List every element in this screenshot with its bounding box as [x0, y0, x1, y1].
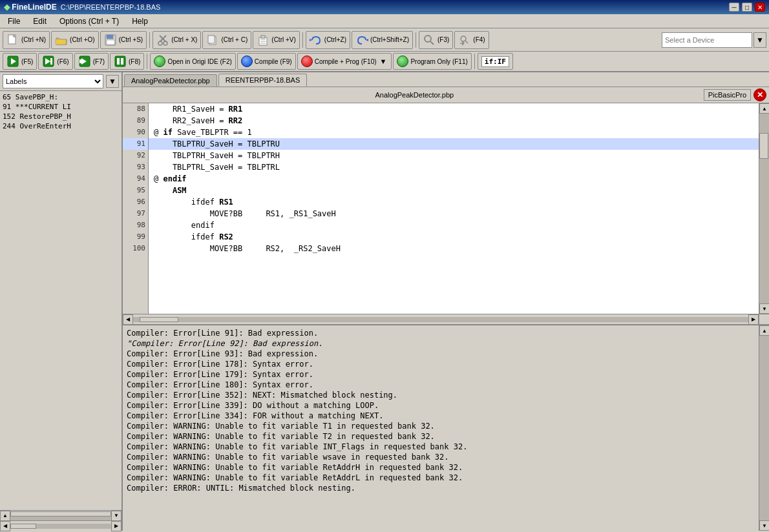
svg-rect-15: [261, 36, 265, 38]
code-hscroll: ◀ ▶: [123, 314, 769, 324]
line-num: 94: [123, 173, 148, 185]
app-logo: ◆ FineLineIDE: [4, 3, 57, 12]
tab-reenter[interactable]: REENTERPBP-18.BAS: [218, 74, 308, 87]
line-num: 99: [123, 231, 148, 243]
output-vscroll-up[interactable]: ▲: [759, 325, 769, 336]
list-item[interactable]: 244 OverReEnterH: [1, 121, 120, 131]
svg-rect-30: [50, 58, 52, 65]
open-icon: [55, 34, 68, 46]
output-line: Compiler: Error[Line 93]: Bad expression…: [127, 349, 755, 359]
code-content[interactable]: RR1_SaveH = RR1 RR2_SaveH = RR2 @ if Sav…: [149, 103, 759, 314]
new-label: (Ctrl +N): [21, 36, 46, 43]
f6-button[interactable]: (F6): [38, 53, 72, 70]
f5-button[interactable]: (F5): [3, 53, 37, 70]
left-scroll-up[interactable]: ▲: [0, 511, 10, 521]
code-line: @ if Save_TBLPTR == 1: [149, 127, 759, 138]
find-button[interactable]: (F3): [419, 31, 453, 49]
paste-label: (Ctrl +V): [271, 36, 296, 43]
sep5: [474, 54, 475, 69]
menu-options[interactable]: Options (Ctrl + T): [54, 15, 124, 27]
code-hscroll-right[interactable]: ▶: [748, 314, 759, 325]
list-item[interactable]: 91 ***CURRENT LI: [1, 102, 120, 112]
close-editor-button[interactable]: ✕: [753, 88, 766, 101]
tab-analog[interactable]: AnalogPeakDetector.pbp: [124, 74, 217, 87]
copy-icon: [206, 34, 219, 46]
output-line: Compiler: Error[Line 339]: DO without a …: [127, 400, 755, 411]
undo-icon: [310, 34, 322, 46]
output-line: Compiler: Error[Line 91]: Bad expression…: [127, 328, 755, 338]
undo-button[interactable]: (Ctrl+Z): [306, 31, 350, 49]
left-hscroll-right[interactable]: ▶: [111, 521, 121, 531]
copy-button[interactable]: (Ctrl + C): [202, 31, 251, 49]
compile-prog-icon: [301, 56, 313, 67]
output-vscroll-track: [759, 336, 769, 520]
list-item[interactable]: 152 RestorePBP_H: [1, 112, 120, 121]
maximize-button[interactable]: □: [742, 3, 752, 12]
left-hscroll-left[interactable]: ◀: [0, 521, 10, 531]
labels-list: 65 SavePBP_H: 91 ***CURRENT LI 152 Resto…: [0, 91, 121, 510]
editor-output-split: AnalogPeakDetector.pbp REENTERPBP-18.BAS…: [123, 72, 769, 531]
vscroll-thumb[interactable]: [759, 133, 768, 159]
redo-button[interactable]: (Ctrl+Shift+Z): [352, 31, 413, 49]
minimize-button[interactable]: ─: [729, 3, 739, 12]
copy-label: (Ctrl + C): [221, 36, 248, 43]
compile-prog-label: Compile + Prog (F10): [315, 58, 377, 65]
code-hscroll-track: [133, 317, 748, 322]
open-orig-icon: [154, 56, 165, 67]
menu-file[interactable]: File: [3, 15, 25, 27]
close-button[interactable]: ✕: [755, 3, 765, 12]
compile-button[interactable]: Compile (F9): [237, 53, 296, 70]
line-num: 98: [123, 220, 148, 231]
compile-prog-dropdown[interactable]: ▼: [379, 57, 388, 65]
left-scroll-down[interactable]: ▼: [111, 511, 121, 521]
left-hscroll-thumb[interactable]: [10, 524, 36, 529]
labels-select[interactable]: Labels: [3, 74, 103, 88]
vscroll-up[interactable]: ▲: [759, 103, 769, 114]
list-item[interactable]: 65 SavePBP_H:: [1, 92, 120, 102]
program-only-button[interactable]: Program Only (F11): [393, 53, 471, 70]
left-scroll-thumb[interactable]: [10, 511, 111, 517]
code-hscroll-thumb[interactable]: [140, 317, 178, 322]
svg-point-23: [461, 36, 466, 41]
replace-button[interactable]: (F4): [454, 31, 489, 49]
code-hscroll-left[interactable]: ◀: [123, 314, 133, 325]
svg-rect-34: [115, 56, 125, 66]
f8-button[interactable]: (F8): [110, 53, 144, 70]
device-dropdown-button[interactable]: ▼: [753, 32, 766, 48]
code-line: MOVE?BB RS1, _RS1_SaveH: [149, 208, 759, 220]
tabs-bar: AnalogPeakDetector.pbp REENTERPBP-18.BAS: [123, 72, 769, 87]
output-vscroll-down[interactable]: ▼: [759, 520, 769, 531]
open-orig-button[interactable]: Open in Origi IDE (F2): [150, 53, 235, 70]
compile-prog-button[interactable]: Compile + Prog (F10) ▼: [297, 53, 392, 70]
new-button[interactable]: (Ctrl +N): [3, 31, 50, 49]
f6-icon: [42, 55, 55, 68]
paste-icon: [257, 34, 269, 46]
open-button[interactable]: (Ctrl +O): [51, 31, 99, 49]
f7-button[interactable]: (F7): [74, 53, 109, 70]
save-button[interactable]: (Ctrl +S): [100, 31, 147, 49]
output-content-row: Compiler: Error[Line 91]: Bad expression…: [123, 325, 769, 531]
labels-dropdown-button[interactable]: ▼: [106, 75, 119, 88]
menu-help[interactable]: Help: [127, 15, 153, 27]
sep2: [302, 32, 303, 48]
save-icon: [104, 34, 117, 46]
svg-rect-6: [107, 35, 113, 39]
left-panel-vscroll: ▲ ▼: [0, 510, 121, 520]
title-bar-right: ─ □ ✕: [729, 3, 765, 12]
code-line: TBLPTRH_SaveH = TBLPTRH: [149, 150, 759, 161]
toolbar1: (Ctrl +N) (Ctrl +O) (Ctrl +S) (Ctrl + X)…: [0, 28, 769, 52]
output-line: Compiler: Error[Line 352]: NEXT: Mismatc…: [127, 390, 755, 400]
device-select-input[interactable]: [662, 32, 752, 48]
output-line: Compiler: Error[Line 180]: Syntax error.: [127, 380, 755, 390]
output-panel: Compiler: Error[Line 91]: Bad expression…: [123, 324, 769, 531]
menu-edit[interactable]: Edit: [28, 15, 52, 27]
paste-button[interactable]: (Ctrl +V): [253, 31, 300, 49]
redo-icon: [355, 34, 368, 46]
cut-button[interactable]: (Ctrl + X): [153, 31, 201, 49]
open-orig-label: Open in Origi IDE (F2): [167, 58, 231, 65]
toolbar2: (F5) (F6) (F7) (F8) Open in Origi IDE (F…: [0, 52, 769, 72]
line-num: 92: [123, 150, 148, 161]
vscroll-down[interactable]: ▼: [759, 303, 769, 314]
line-num: 97: [123, 208, 148, 220]
if-badge-button[interactable]: if:IF: [478, 53, 513, 70]
